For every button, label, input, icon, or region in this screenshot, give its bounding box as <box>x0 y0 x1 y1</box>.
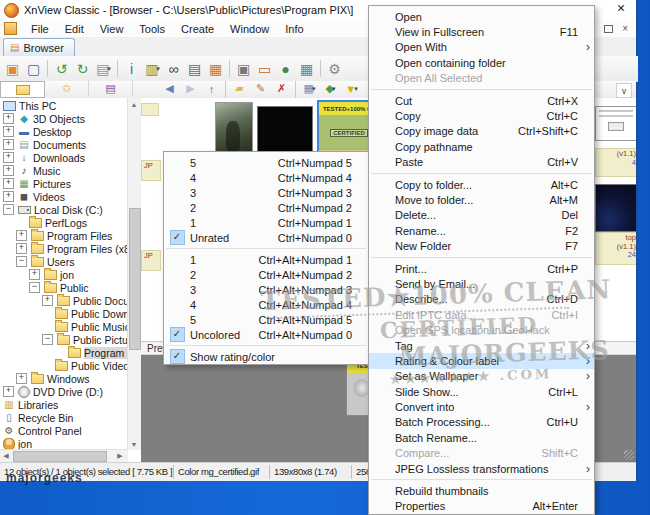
menubar-item-edit[interactable]: Edit <box>57 23 92 35</box>
menu-item-open-gps-location-in-geohack[interactable]: Open GPS location in GeoHack <box>369 322 594 337</box>
tree-item-pictures[interactable]: +Pictures <box>0 177 127 190</box>
tree-item-program-files[interactable]: +Program Files <box>0 229 127 242</box>
tab-categories[interactable]: ▤ <box>89 81 133 96</box>
viewer-fullscreen-button[interactable]: ▢ <box>23 59 44 79</box>
tree-item-local-disk-c-[interactable]: −Local Disk (C:) <box>0 203 127 216</box>
tree-horizontal-scrollbar[interactable]: ◀ ▶ <box>0 449 128 462</box>
tree-item-documents[interactable]: +Documents <box>0 138 127 151</box>
menu-item-describe-[interactable]: Describe...Ctrl+D <box>369 292 594 307</box>
menu-item-new-folder[interactable]: New FolderF7 <box>369 238 594 253</box>
menubar-item-create[interactable]: Create <box>173 23 222 35</box>
contact-sheet-button[interactable]: ▦ <box>296 59 317 79</box>
scroll-down-icon[interactable]: ▼ <box>128 438 140 450</box>
menu-item-rebuild-thumbnails[interactable]: Rebuild thumbnails <box>369 483 594 498</box>
tree-item-public-downloa[interactable]: Public Downloa <box>0 307 127 320</box>
tree-item-windows[interactable]: +Windows <box>0 372 127 385</box>
tree-item-recycle-bin[interactable]: Recycle Bin <box>0 411 127 424</box>
tree-item-libraries[interactable]: Libraries <box>0 398 127 411</box>
tree-expander[interactable]: − <box>42 334 53 345</box>
tree-expander[interactable]: − <box>16 256 27 267</box>
tree-expander[interactable]: − <box>3 204 14 215</box>
menu-item-send-by-email-[interactable]: Send by Email... <box>369 276 594 291</box>
tab-folders[interactable] <box>0 81 45 98</box>
tree-expander[interactable]: + <box>3 165 14 176</box>
rating-item-4[interactable]: 4Ctrl+Numpad 4 <box>164 170 368 185</box>
tree-expander[interactable]: + <box>16 243 27 254</box>
tab-favorites[interactable]: ✩ <box>45 81 89 96</box>
tree-item-downloads[interactable]: +Downloads <box>0 151 127 164</box>
tree-expander[interactable]: + <box>3 178 14 189</box>
menu-item-cut[interactable]: CutCtrl+X <box>369 93 594 108</box>
resize-grip[interactable] <box>624 450 634 460</box>
menu-item-print-[interactable]: Print...Ctrl+P <box>369 261 594 276</box>
web-button[interactable]: ● <box>275 59 296 79</box>
rotate-ccw-button[interactable]: ↺ <box>51 59 72 79</box>
copy-move-button[interactable]: ▥▾ <box>142 59 163 79</box>
browser-mode-button[interactable]: ▣ <box>2 59 23 79</box>
menu-item-copy-to-folder-[interactable]: Copy to folder...Alt+C <box>369 177 594 192</box>
menu-item-paste[interactable]: PasteCtrl+V <box>369 155 594 170</box>
view-mode-button[interactable]: ▦▾ <box>299 81 320 96</box>
nav-forward-button[interactable]: ▶ <box>180 81 201 96</box>
tree-item-control-panel[interactable]: Control Panel <box>0 424 127 437</box>
rating-item-unrated[interactable]: ✓UnratedCtrl+Numpad 0 <box>164 230 368 245</box>
scrollbar-thumb[interactable] <box>129 208 141 350</box>
menu-item-rating-colour-label[interactable]: Rating & Colour label› <box>369 353 594 368</box>
delete-button[interactable]: ✗ <box>271 81 292 96</box>
scroll-right-icon[interactable]: ▶ <box>114 450 126 461</box>
scrollbar-thumb[interactable] <box>13 451 107 462</box>
rotate-cw-button[interactable]: ↻ <box>72 59 93 79</box>
tree-expander[interactable]: + <box>16 373 27 384</box>
print-button[interactable]: ▤ <box>184 59 205 79</box>
menu-item-open-with[interactable]: Open With› <box>369 40 594 55</box>
rating-item-2[interactable]: 2Ctrl+Alt+Numpad 2 <box>164 267 368 282</box>
menu-item-move-to-folder-[interactable]: Move to folder...Alt+M <box>369 192 594 207</box>
rating-item-1[interactable]: 1Ctrl+Alt+Numpad 1 <box>164 252 368 267</box>
thumbnail-black-image[interactable] <box>257 106 313 156</box>
nav-up-button[interactable]: ↑ <box>201 81 222 96</box>
tree-item-public-videos[interactable]: Public Videos <box>0 359 127 372</box>
thumbnail-dialog-screenshot[interactable] <box>595 106 636 141</box>
mdi-restore-button[interactable] <box>604 25 613 33</box>
menu-item-copy[interactable]: CopyCtrl+C <box>369 108 594 123</box>
menu-item-copy-pathname[interactable]: Copy pathname <box>369 139 594 154</box>
tree-expander[interactable]: + <box>3 152 14 163</box>
tree-item-public-music[interactable]: Public Music <box>0 320 127 333</box>
scroll-left-icon[interactable]: ◀ <box>0 450 12 461</box>
file-info-button[interactable]: i <box>121 59 142 79</box>
tree-item-3d-objects[interactable]: +3D Objects <box>0 112 127 125</box>
menu-item-edit-iptc-data-[interactable]: Edit IPTC data...Ctrl+I <box>369 307 594 322</box>
tree-expander[interactable]: + <box>3 113 14 124</box>
menu-item-jpeg-lossless-transformations[interactable]: JPEG Lossless transformations› <box>369 461 594 476</box>
thumbnail-dark-image[interactable] <box>595 184 636 232</box>
menu-item-set-as-wallpaper[interactable]: Set as Wallpaper› <box>369 369 594 384</box>
tree-expander[interactable]: + <box>42 295 53 306</box>
rating-item-2[interactable]: 2Ctrl+Numpad 2 <box>164 200 368 215</box>
rating-item-4[interactable]: 4Ctrl+Alt+Numpad 4 <box>164 297 368 312</box>
search-button[interactable]: ∞ <box>163 59 184 79</box>
menu-item-open-all-selected[interactable]: Open All Selected <box>369 71 594 86</box>
tree-expander[interactable]: − <box>29 282 40 293</box>
menubar-item-tools[interactable]: Tools <box>131 23 173 35</box>
tree-item-music[interactable]: +Music <box>0 164 127 177</box>
filter-button[interactable]: ▼▾ <box>341 81 362 96</box>
mdi-close-button[interactable]: × <box>622 23 628 34</box>
menu-item-properties[interactable]: PropertiesAlt+Enter <box>369 499 594 514</box>
chevron-down-icon[interactable]: ∨ <box>616 83 632 98</box>
tree-item-this-pc[interactable]: This PC <box>0 99 127 112</box>
tree-item-videos[interactable]: +Videos <box>0 190 127 203</box>
tree-expander[interactable]: + <box>29 269 40 280</box>
tree-vertical-scrollbar[interactable]: ▲ ▼ <box>127 98 141 450</box>
menu-item-batch-processing-[interactable]: Batch Processing...Ctrl+U <box>369 415 594 430</box>
menu-item-copy-image-data[interactable]: Copy image dataCtrl+Shift+C <box>369 124 594 139</box>
menu-item-compare-[interactable]: Compare...Shift+C <box>369 446 594 461</box>
rating-item-1[interactable]: 1Ctrl+Numpad 1 <box>164 215 368 230</box>
rating-item-3[interactable]: 3Ctrl+Alt+Numpad 3 <box>164 282 368 297</box>
menu-item-view-in-fullscreen[interactable]: View in FullscreenF11 <box>369 24 594 39</box>
menu-item-delete-[interactable]: Delete...Del <box>369 208 594 223</box>
tree-item-public-docume[interactable]: +Public Docume <box>0 294 127 307</box>
rating-item-uncolored[interactable]: ✓UncoloredCtrl+Alt+Numpad 0 <box>164 327 368 342</box>
tree-item-program-pix[interactable]: Program PIX <box>0 346 127 359</box>
tree-item-desktop[interactable]: +Desktop <box>0 125 127 138</box>
menu-item-batch-rename-[interactable]: Batch Rename... <box>369 430 594 445</box>
